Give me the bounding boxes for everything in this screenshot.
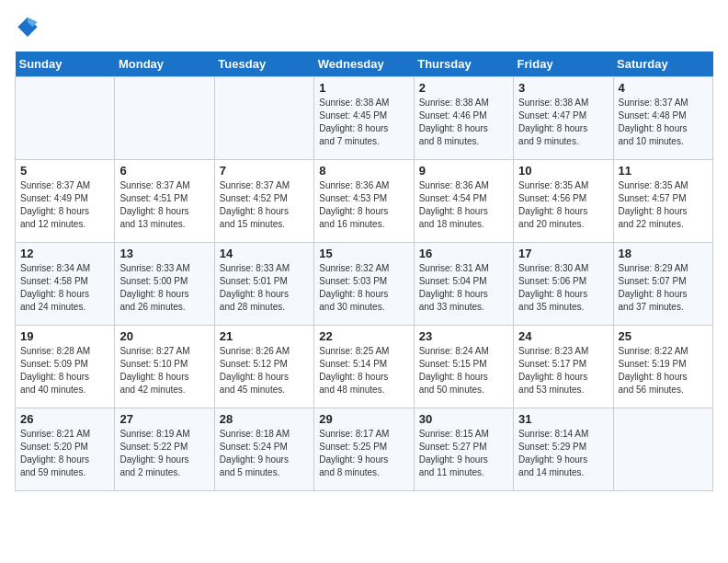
- calendar-cell: 21Sunrise: 8:26 AM Sunset: 5:12 PM Dayli…: [214, 326, 313, 408]
- day-info: Sunrise: 8:26 AM Sunset: 5:12 PM Dayligh…: [220, 345, 309, 396]
- day-info: Sunrise: 8:37 AM Sunset: 4:48 PM Dayligh…: [619, 97, 708, 148]
- calendar-cell: [214, 77, 313, 160]
- day-number: 7: [220, 164, 309, 178]
- day-number: 22: [319, 329, 408, 343]
- calendar-cell: 31Sunrise: 8:14 AM Sunset: 5:29 PM Dayli…: [514, 408, 613, 491]
- calendar-cell: 22Sunrise: 8:25 AM Sunset: 5:14 PM Dayli…: [314, 326, 414, 408]
- calendar-cell: 11Sunrise: 8:35 AM Sunset: 4:57 PM Dayli…: [613, 160, 712, 243]
- calendar-cell: [16, 77, 115, 160]
- day-number: 9: [419, 164, 508, 178]
- calendar-table: SundayMondayTuesdayWednesdayThursdayFrid…: [15, 52, 713, 491]
- day-number: 15: [319, 247, 408, 260]
- calendar-cell: [115, 77, 214, 160]
- day-info: Sunrise: 8:34 AM Sunset: 4:58 PM Dayligh…: [20, 262, 109, 314]
- weekday-header-wednesday: Wednesday: [314, 52, 414, 77]
- day-info: Sunrise: 8:35 AM Sunset: 4:57 PM Dayligh…: [619, 179, 708, 231]
- weekday-header-row: SundayMondayTuesdayWednesdayThursdayFrid…: [16, 52, 713, 77]
- day-number: 29: [319, 412, 408, 426]
- day-number: 14: [220, 247, 309, 260]
- day-number: 8: [319, 164, 408, 178]
- day-number: 27: [119, 412, 209, 426]
- calendar-cell: 13Sunrise: 8:33 AM Sunset: 5:00 PM Dayli…: [115, 243, 214, 326]
- calendar-cell: 16Sunrise: 8:31 AM Sunset: 5:04 PM Dayli…: [414, 243, 513, 326]
- day-info: Sunrise: 8:30 AM Sunset: 5:06 PM Dayligh…: [518, 262, 608, 314]
- weekday-header-saturday: Saturday: [613, 52, 712, 77]
- day-number: 30: [419, 412, 508, 426]
- calendar-cell: 20Sunrise: 8:27 AM Sunset: 5:10 PM Dayli…: [115, 326, 214, 408]
- calendar-cell: 2Sunrise: 8:38 AM Sunset: 4:46 PM Daylig…: [414, 77, 513, 160]
- day-number: 10: [518, 164, 608, 178]
- day-info: Sunrise: 8:18 AM Sunset: 5:24 PM Dayligh…: [220, 428, 309, 479]
- day-number: 24: [518, 329, 608, 343]
- day-info: Sunrise: 8:27 AM Sunset: 5:10 PM Dayligh…: [119, 345, 209, 396]
- weekday-header-monday: Monday: [115, 52, 214, 77]
- weekday-header-tuesday: Tuesday: [214, 52, 313, 77]
- day-info: Sunrise: 8:37 AM Sunset: 4:49 PM Dayligh…: [20, 179, 109, 231]
- page-header: [15, 15, 713, 40]
- day-number: 3: [518, 81, 608, 95]
- calendar-cell: [613, 408, 712, 491]
- day-info: Sunrise: 8:17 AM Sunset: 5:25 PM Dayligh…: [319, 428, 408, 479]
- day-info: Sunrise: 8:35 AM Sunset: 4:56 PM Dayligh…: [518, 179, 608, 231]
- day-number: 25: [619, 329, 708, 343]
- day-info: Sunrise: 8:24 AM Sunset: 5:15 PM Dayligh…: [419, 345, 508, 396]
- day-info: Sunrise: 8:38 AM Sunset: 4:47 PM Dayligh…: [518, 97, 608, 148]
- day-info: Sunrise: 8:32 AM Sunset: 5:03 PM Dayligh…: [319, 262, 408, 314]
- day-info: Sunrise: 8:37 AM Sunset: 4:51 PM Dayligh…: [119, 179, 209, 231]
- calendar-cell: 26Sunrise: 8:21 AM Sunset: 5:20 PM Dayli…: [16, 408, 115, 491]
- day-info: Sunrise: 8:25 AM Sunset: 5:14 PM Dayligh…: [319, 345, 408, 396]
- day-info: Sunrise: 8:29 AM Sunset: 5:07 PM Dayligh…: [619, 262, 708, 314]
- calendar-cell: 28Sunrise: 8:18 AM Sunset: 5:24 PM Dayli…: [214, 408, 313, 491]
- day-info: Sunrise: 8:38 AM Sunset: 4:45 PM Dayligh…: [319, 97, 408, 148]
- weekday-header-thursday: Thursday: [414, 52, 513, 77]
- day-info: Sunrise: 8:19 AM Sunset: 5:22 PM Dayligh…: [119, 428, 209, 479]
- calendar-cell: 30Sunrise: 8:15 AM Sunset: 5:27 PM Dayli…: [414, 408, 513, 491]
- day-number: 1: [319, 81, 408, 95]
- day-info: Sunrise: 8:22 AM Sunset: 5:19 PM Dayligh…: [619, 345, 708, 396]
- calendar-week-row: 1Sunrise: 8:38 AM Sunset: 4:45 PM Daylig…: [16, 77, 713, 160]
- calendar-cell: 24Sunrise: 8:23 AM Sunset: 5:17 PM Dayli…: [514, 326, 613, 408]
- calendar-cell: 17Sunrise: 8:30 AM Sunset: 5:06 PM Dayli…: [514, 243, 613, 326]
- calendar-cell: 9Sunrise: 8:36 AM Sunset: 4:54 PM Daylig…: [414, 160, 513, 243]
- day-number: 20: [119, 329, 209, 343]
- day-number: 13: [119, 247, 209, 260]
- calendar-cell: 4Sunrise: 8:37 AM Sunset: 4:48 PM Daylig…: [613, 77, 712, 160]
- day-number: 17: [518, 247, 608, 260]
- calendar-week-row: 5Sunrise: 8:37 AM Sunset: 4:49 PM Daylig…: [16, 160, 713, 243]
- day-number: 16: [419, 247, 508, 260]
- day-info: Sunrise: 8:15 AM Sunset: 5:27 PM Dayligh…: [419, 428, 508, 479]
- calendar-cell: 10Sunrise: 8:35 AM Sunset: 4:56 PM Dayli…: [514, 160, 613, 243]
- day-number: 2: [419, 81, 508, 95]
- calendar-cell: 25Sunrise: 8:22 AM Sunset: 5:19 PM Dayli…: [613, 326, 712, 408]
- day-number: 4: [619, 81, 708, 95]
- day-number: 6: [119, 164, 209, 178]
- calendar-cell: 3Sunrise: 8:38 AM Sunset: 4:47 PM Daylig…: [514, 77, 613, 160]
- day-info: Sunrise: 8:14 AM Sunset: 5:29 PM Dayligh…: [518, 428, 608, 479]
- logo: [15, 15, 42, 40]
- day-number: 23: [419, 329, 508, 343]
- calendar-cell: 14Sunrise: 8:33 AM Sunset: 5:01 PM Dayli…: [214, 243, 313, 326]
- calendar-cell: 7Sunrise: 8:37 AM Sunset: 4:52 PM Daylig…: [214, 160, 313, 243]
- day-info: Sunrise: 8:31 AM Sunset: 5:04 PM Dayligh…: [419, 262, 508, 314]
- day-number: 26: [20, 412, 109, 426]
- day-info: Sunrise: 8:38 AM Sunset: 4:46 PM Dayligh…: [419, 97, 508, 148]
- calendar-week-row: 26Sunrise: 8:21 AM Sunset: 5:20 PM Dayli…: [16, 408, 713, 491]
- logo-icon: [17, 15, 39, 37]
- weekday-header-friday: Friday: [514, 52, 613, 77]
- calendar-cell: 5Sunrise: 8:37 AM Sunset: 4:49 PM Daylig…: [16, 160, 115, 243]
- calendar-cell: 19Sunrise: 8:28 AM Sunset: 5:09 PM Dayli…: [16, 326, 115, 408]
- day-info: Sunrise: 8:21 AM Sunset: 5:20 PM Dayligh…: [20, 428, 109, 479]
- calendar-week-row: 12Sunrise: 8:34 AM Sunset: 4:58 PM Dayli…: [16, 243, 713, 326]
- day-number: 12: [20, 247, 109, 260]
- day-number: 21: [220, 329, 309, 343]
- calendar-cell: 29Sunrise: 8:17 AM Sunset: 5:25 PM Dayli…: [314, 408, 414, 491]
- day-info: Sunrise: 8:33 AM Sunset: 5:01 PM Dayligh…: [220, 262, 309, 314]
- calendar-cell: 1Sunrise: 8:38 AM Sunset: 4:45 PM Daylig…: [314, 77, 414, 160]
- day-info: Sunrise: 8:23 AM Sunset: 5:17 PM Dayligh…: [518, 345, 608, 396]
- calendar-cell: 23Sunrise: 8:24 AM Sunset: 5:15 PM Dayli…: [414, 326, 513, 408]
- day-number: 18: [619, 247, 708, 260]
- day-number: 19: [20, 329, 109, 343]
- calendar-cell: 18Sunrise: 8:29 AM Sunset: 5:07 PM Dayli…: [613, 243, 712, 326]
- weekday-header-sunday: Sunday: [16, 52, 115, 77]
- calendar-cell: 8Sunrise: 8:36 AM Sunset: 4:53 PM Daylig…: [314, 160, 414, 243]
